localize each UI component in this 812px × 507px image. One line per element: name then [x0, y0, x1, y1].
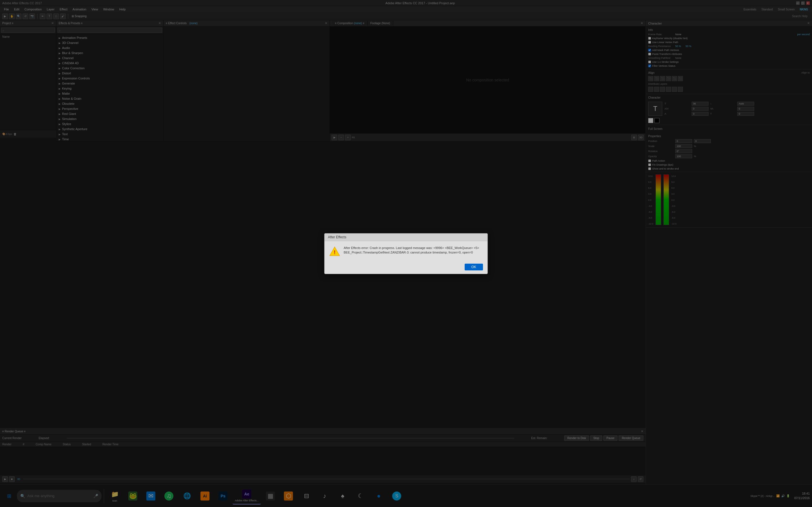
dialog-message-text: After Effects error: Crash in progress. … [344, 245, 483, 255]
dialog-ok-button[interactable]: OK [465, 264, 483, 270]
dialog-content: ! After Effects error: Crash in progress… [324, 241, 488, 262]
dialog-box: After Effects ! After Effects error: Cra… [324, 233, 488, 274]
dialog-buttons: OK [324, 262, 488, 274]
svg-text:!: ! [334, 249, 336, 255]
dialog-overlay: After Effects ! After Effects error: Cra… [0, 0, 812, 507]
dialog-warning-icon: ! [329, 245, 340, 257]
dialog-title-bar: After Effects [324, 233, 488, 241]
dialog-title-text: After Effects [328, 235, 346, 239]
